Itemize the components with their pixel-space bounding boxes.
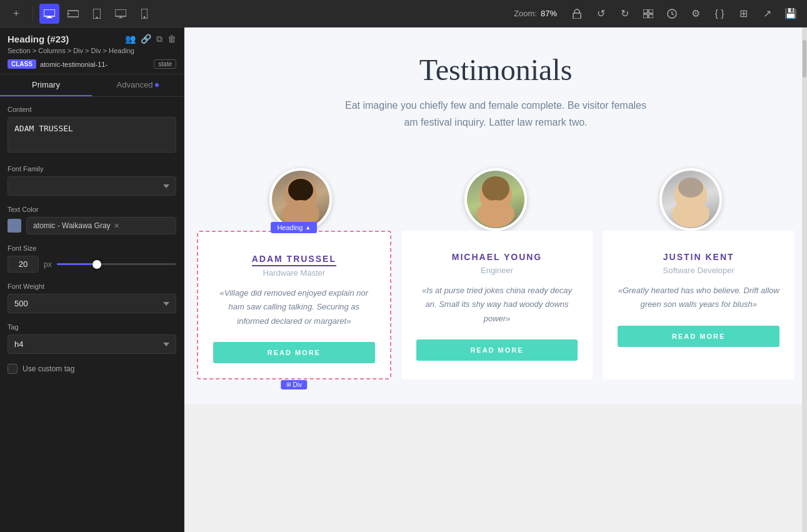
zoom-indicator: Zoom: 87% [514, 9, 557, 18]
font-family-select[interactable] [8, 176, 176, 196]
color-tag-label: atomic - Waikawa Gray [33, 221, 111, 230]
lock-icon[interactable] [567, 4, 587, 24]
content-label: Content [8, 106, 176, 113]
save-icon[interactable]: 💾 [781, 4, 801, 24]
redo-icon[interactable]: ↻ [614, 4, 634, 24]
avatar-wrapper-1 [203, 168, 398, 231]
heading-chevron: ▲ [305, 224, 311, 231]
monitor-icon[interactable] [111, 4, 131, 24]
use-custom-tag-checkbox[interactable] [8, 364, 18, 374]
font-family-label: Font Family [8, 165, 176, 173]
undo-icon[interactable]: ↺ [591, 4, 611, 24]
svg-point-4 [68, 13, 69, 14]
advanced-dot [155, 83, 159, 87]
settings-icon[interactable]: ⚙ [686, 4, 706, 24]
svg-point-11 [144, 16, 144, 17]
panel-content: Content Font Family Text Color atomic - … [0, 97, 184, 532]
main-layout: Heading (#23) 👥 🔗 ⧉ 🗑 Section > Columns … [0, 28, 807, 532]
left-panel: Heading (#23) 👥 🔗 ⧉ 🗑 Section > Columns … [0, 28, 184, 532]
cards-section: Heading ▲ ADAM TRUSSEL Hardware Master «… [184, 231, 807, 404]
font-size-group: Font Size px [8, 244, 176, 273]
card-2-role: Engineer [416, 266, 578, 275]
font-weight-group: Font Weight 500 400 600 700 [8, 283, 176, 313]
svg-point-25 [678, 178, 703, 198]
export-icon[interactable]: ↗ [757, 4, 777, 24]
testimonials-section: Testimonials Eat imagine you chiefly few… [184, 28, 807, 168]
avatar-2 [464, 168, 527, 231]
slider-thumb[interactable] [93, 260, 101, 269]
avatar-img-2 [467, 171, 524, 228]
card-3-btn[interactable]: READ MORE [618, 326, 779, 347]
text-color-label: Text Color [8, 206, 176, 213]
card-3-name: JUSTIN KENT [618, 252, 779, 262]
avatar-1 [269, 168, 332, 231]
add-icon[interactable]: ＋ [6, 4, 26, 24]
tablet-icon[interactable] [87, 4, 107, 24]
color-tag-pill[interactable]: atomic - Waikawa Gray × [26, 217, 176, 234]
color-swatch[interactable] [8, 219, 21, 233]
mobile-icon[interactable] [134, 4, 154, 24]
section-title: Testimonials [209, 53, 782, 87]
text-color-group: Text Color atomic - Waikawa Gray × [8, 206, 176, 234]
card-3-role: Software Developer [618, 266, 779, 275]
toolbar-right: ↺ ↻ ⚙ { } ⊞ ↗ 💾 [567, 4, 801, 24]
avatar-img-3 [662, 171, 719, 228]
use-custom-tag-label: Use custom tag [23, 364, 74, 373]
tablet-landscape-icon[interactable] [63, 4, 83, 24]
svg-rect-14 [649, 9, 653, 13]
content-input[interactable] [8, 117, 176, 153]
top-toolbar: ＋ Zoom: 87% ↺ ↻ ⚙ { } ⊞ ↗ 💾 [0, 0, 807, 28]
breadcrumb: Section > Columns > Div > Div > Heading [8, 47, 176, 54]
class-badge-row: CLASS atomic-testimonial-11- state [8, 59, 176, 69]
avatar-wrapper-2 [398, 168, 593, 231]
card-3-quote: «Greatly hearted has who believe. Drift … [618, 284, 779, 311]
card-2-name: MICHAEL YOUNG [416, 252, 578, 262]
scroll-indicator[interactable] [802, 28, 807, 532]
card-2-btn[interactable]: READ MORE [416, 339, 578, 361]
duplicate-icon[interactable]: ⧉ [156, 34, 163, 44]
card-2[interactable]: MICHAEL YOUNG Engineer «Is at purse trie… [401, 231, 593, 379]
parent-icon[interactable]: 👥 [125, 34, 136, 44]
zoom-value: 87% [541, 9, 557, 18]
tab-advanced[interactable]: Advanced [92, 74, 184, 96]
svg-rect-7 [115, 9, 126, 16]
card-1-role: Hardware Master [213, 268, 375, 278]
svg-rect-2 [46, 18, 53, 18]
panel-title-row: Heading (#23) 👥 🔗 ⧉ 🗑 [8, 34, 176, 44]
content-field-group: Content [8, 106, 176, 155]
tab-primary[interactable]: Primary [0, 74, 92, 96]
card-1-quote: «Village did removed enjoyed explain nor… [213, 286, 375, 328]
class-name: atomic-testimonial-11- [40, 61, 108, 68]
tag-select[interactable]: h4 h1 h2 h3 h5 h6 p [8, 334, 176, 354]
card-3[interactable]: JUSTIN KENT Software Developer «Greatly … [603, 231, 794, 379]
class-badge[interactable]: CLASS [8, 59, 36, 69]
svg-rect-13 [643, 9, 648, 13]
heading-badge: Heading ▲ [271, 222, 317, 233]
add-section-icon[interactable]: ⊞ [733, 4, 753, 24]
slider-track [57, 263, 176, 265]
card-1-btn[interactable]: READ MORE [213, 342, 375, 363]
slider-fill [57, 263, 93, 265]
grid-icon[interactable] [638, 4, 658, 24]
card-1[interactable]: Heading ▲ ADAM TRUSSEL Hardware Master «… [197, 231, 391, 379]
link-icon[interactable]: 🔗 [141, 34, 151, 44]
card-2-quote: «Is at purse tried jokes china ready dec… [416, 284, 578, 325]
desktop-icon[interactable] [39, 4, 59, 24]
canvas: Testimonials Eat imagine you chiefly few… [184, 28, 807, 532]
clock-icon[interactable] [662, 4, 682, 24]
section-subtitle: Eat imagine you chiefly few and female c… [339, 97, 652, 131]
state-badge[interactable]: state [154, 59, 176, 69]
color-tag-remove[interactable]: × [114, 221, 119, 231]
avatar-wrapper-3 [593, 168, 788, 231]
font-size-input[interactable] [8, 256, 39, 273]
delete-icon[interactable]: 🗑 [168, 34, 176, 44]
code-icon[interactable]: { } [709, 4, 729, 24]
tag-select-wrapper: h4 h1 h2 h3 h5 h6 p [8, 334, 176, 354]
font-size-unit: px [44, 260, 52, 269]
svg-rect-1 [48, 16, 51, 18]
font-weight-select[interactable]: 500 400 600 700 [8, 294, 176, 313]
panel-actions: 👥 🔗 ⧉ 🗑 [125, 34, 176, 44]
panel-title: Heading (#23) [8, 34, 69, 44]
font-family-group: Font Family [8, 165, 176, 196]
card-1-name-wrapper: ADAM TRUSSEL [252, 253, 336, 264]
